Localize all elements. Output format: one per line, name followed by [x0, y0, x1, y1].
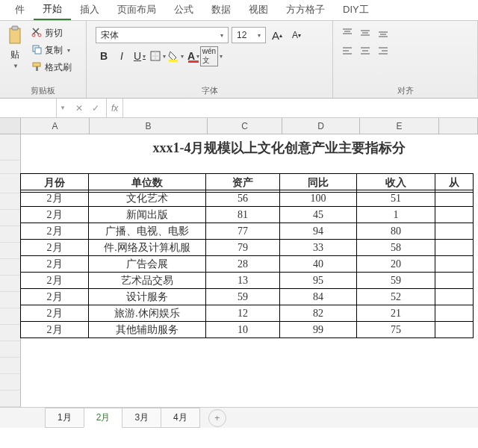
data-cell[interactable]: 20 [356, 255, 435, 273]
sheet-tab[interactable]: 2月 [84, 408, 123, 428]
data-cell[interactable]: 2月 [20, 190, 89, 207]
sheet-tab[interactable]: 3月 [122, 408, 161, 428]
data-cell[interactable]: 79 [205, 239, 280, 256]
data-cell[interactable]: 2月 [20, 239, 89, 256]
select-all-corner[interactable] [0, 118, 21, 134]
col-header[interactable]: C [208, 118, 282, 134]
row-header[interactable] [0, 174, 21, 193]
col-header[interactable]: E [360, 118, 439, 134]
row-header[interactable] [0, 161, 21, 174]
borders-button[interactable]: ▾ [149, 48, 166, 64]
data-cell[interactable]: 51 [356, 190, 435, 207]
data-cell[interactable]: 2月 [20, 206, 89, 223]
row-header[interactable] [0, 341, 21, 358]
menu-tab[interactable]: 方方格子 [277, 0, 334, 20]
align-left-button[interactable] [339, 43, 356, 58]
col-header[interactable]: D [282, 118, 360, 134]
data-cell[interactable]: 84 [279, 288, 357, 305]
data-cell[interactable]: 59 [356, 272, 435, 289]
data-cell[interactable]: 56 [205, 190, 280, 207]
data-cell[interactable]: 82 [279, 305, 357, 322]
data-cell[interactable]: 45 [279, 206, 357, 223]
add-sheet-button[interactable]: + [208, 409, 226, 427]
font-size-select[interactable]: 12▾ [232, 27, 266, 43]
paste-button[interactable]: 贴 ▼ [4, 24, 25, 84]
title-cell[interactable]: xxx1-4月规模以上文化创意产业主要指标分 [21, 134, 478, 161]
row-header[interactable] [0, 308, 21, 325]
data-cell[interactable]: 59 [205, 288, 280, 305]
chevron-down-icon[interactable]: ▼ [57, 105, 69, 111]
align-right-button[interactable] [375, 43, 391, 58]
align-center-button[interactable] [357, 43, 373, 58]
data-cell[interactable]: 件.网络及计算机服 [88, 239, 206, 256]
align-bottom-button[interactable] [375, 25, 391, 40]
bold-button[interactable]: B [96, 48, 112, 64]
font-color-button[interactable]: A▾ [185, 48, 202, 64]
data-cell[interactable]: 12 [205, 305, 280, 322]
data-cell[interactable]: 设计服务 [88, 288, 206, 305]
data-cell[interactable]: 33 [279, 239, 357, 256]
data-cell[interactable]: 40 [279, 255, 357, 273]
col-header[interactable] [439, 118, 478, 134]
italic-button[interactable]: I [114, 48, 130, 64]
data-cell[interactable]: 2月 [20, 255, 89, 273]
row-header[interactable] [0, 134, 21, 161]
data-cell[interactable]: 13 [205, 272, 280, 289]
data-cell[interactable]: 新闻出版 [88, 206, 206, 223]
data-cell[interactable]: 99 [279, 321, 357, 338]
phonetic-button[interactable]: wén文▾ [203, 48, 220, 64]
data-cell[interactable]: 文化艺术 [88, 190, 206, 207]
copy-button[interactable]: 复制▾ [28, 43, 75, 58]
data-cell[interactable]: 52 [356, 288, 435, 305]
row-header[interactable] [0, 259, 21, 276]
col-header[interactable]: A [21, 118, 90, 134]
name-box[interactable] [0, 99, 57, 118]
data-cell[interactable]: 2月 [20, 321, 89, 338]
data-cell[interactable] [435, 223, 474, 240]
fill-color-button[interactable]: ▾ [167, 48, 184, 64]
data-cell[interactable]: 旅游.休闲娱乐 [88, 305, 206, 322]
row-header[interactable] [0, 226, 21, 243]
cut-button[interactable]: 剪切 [28, 25, 75, 41]
data-cell[interactable] [435, 288, 474, 305]
row-header[interactable] [0, 374, 21, 391]
data-cell[interactable]: 1 [356, 206, 435, 223]
menu-tab[interactable]: 插入 [71, 0, 108, 20]
align-middle-button[interactable] [357, 25, 373, 40]
data-cell[interactable] [435, 190, 474, 207]
menu-tab[interactable]: 视图 [240, 0, 277, 20]
data-cell[interactable]: 广告会展 [88, 255, 206, 273]
row-header[interactable] [0, 292, 21, 308]
data-cell[interactable]: 75 [356, 321, 435, 338]
menu-tab[interactable]: 件 [6, 0, 34, 20]
data-cell[interactable]: 94 [279, 223, 357, 240]
data-cell[interactable]: 100 [279, 190, 357, 207]
menu-tab[interactable]: 公式 [165, 0, 202, 20]
data-cell[interactable]: 广播、电视、电影 [88, 223, 206, 240]
increase-font-button[interactable]: A▴ [269, 27, 285, 43]
align-top-button[interactable] [339, 25, 356, 40]
sheet-tab[interactable]: 4月 [161, 408, 200, 428]
data-cell[interactable]: 77 [205, 223, 280, 240]
menu-tab[interactable]: 开始 [34, 0, 71, 20]
confirm-formula-button[interactable]: ✓ [90, 103, 102, 113]
data-cell[interactable] [435, 321, 474, 338]
data-cell[interactable]: 2月 [20, 272, 89, 289]
row-header[interactable] [0, 210, 21, 226]
cells-area[interactable]: xxx1-4月规模以上文化创意产业主要指标分 月份单位数资产同比收入从 2月文化… [21, 134, 478, 407]
data-cell[interactable]: 81 [205, 206, 280, 223]
data-cell[interactable] [435, 206, 474, 223]
data-cell[interactable]: 80 [356, 223, 435, 240]
data-cell[interactable] [435, 239, 474, 256]
data-cell[interactable]: 21 [356, 305, 435, 322]
data-cell[interactable]: 艺术品交易 [88, 272, 206, 289]
data-cell[interactable]: 2月 [20, 288, 89, 305]
fx-icon[interactable]: fx [106, 99, 123, 118]
data-cell[interactable]: 95 [279, 272, 357, 289]
data-cell[interactable]: 其他辅助服务 [88, 321, 206, 338]
format-painter-button[interactable]: 格式刷 [28, 60, 75, 75]
row-header[interactable] [0, 325, 21, 341]
data-cell[interactable]: 28 [205, 255, 280, 273]
menu-tab[interactable]: DIY工 [334, 0, 378, 20]
font-name-select[interactable]: 宋体▾ [96, 27, 229, 43]
